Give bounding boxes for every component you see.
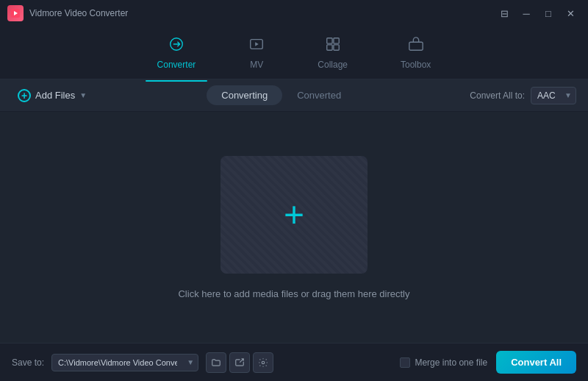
- tab-converted[interactable]: Converted: [282, 85, 356, 105]
- open-output-button[interactable]: [229, 352, 250, 373]
- add-media-icon: +: [284, 197, 304, 232]
- save-path-wrapper: ▼: [51, 354, 198, 371]
- tab-group: Converting Converted: [101, 85, 461, 105]
- app-title: Vidmore Video Converter: [29, 8, 128, 18]
- nav-label-collage: Collage: [318, 60, 348, 70]
- main-content: + Click here to add media files or drag …: [0, 112, 588, 343]
- save-to-label: Save to:: [12, 357, 44, 368]
- nav-item-toolbox[interactable]: Toolbox: [389, 30, 442, 76]
- close-button[interactable]: ✕: [560, 3, 581, 24]
- title-bar-left: Vidmore Video Converter: [7, 5, 128, 21]
- title-bar: Vidmore Video Converter ⊟ ─ □ ✕: [0, 0, 588, 26]
- toolbar: + Add Files ▼ Converting Converted Conve…: [0, 79, 588, 112]
- format-select-wrapper: AAC MP3 MP4 AVI MOV MKV ▼: [531, 87, 576, 104]
- save-path-input[interactable]: [51, 354, 198, 371]
- svg-rect-7: [334, 44, 339, 49]
- tab-converting[interactable]: Converting: [207, 85, 282, 105]
- format-select[interactable]: AAC MP3 MP4 AVI MOV MKV: [531, 87, 576, 104]
- merge-label: Merge into one file: [415, 357, 487, 368]
- mv-icon: [248, 36, 265, 57]
- app-logo: [7, 5, 24, 21]
- merge-checkbox[interactable]: [400, 357, 410, 368]
- add-files-dropdown-arrow: ▼: [79, 91, 87, 99]
- toolbar-right: Convert All to: AAC MP3 MP4 AVI MOV MKV …: [470, 87, 576, 104]
- caption-button[interactable]: ⊟: [494, 3, 514, 24]
- window-controls: ⊟ ─ □ ✕: [494, 3, 581, 24]
- merge-checkbox-wrapper[interactable]: Merge into one file: [400, 357, 487, 368]
- nav-label-mv: MV: [250, 60, 263, 70]
- settings-button[interactable]: [253, 352, 273, 373]
- drop-zone[interactable]: +: [220, 156, 368, 274]
- folder-browse-button[interactable]: [206, 352, 226, 373]
- toolbox-icon: [408, 36, 424, 57]
- svg-rect-5: [334, 38, 339, 43]
- svg-rect-4: [326, 38, 331, 43]
- svg-rect-8: [409, 42, 423, 50]
- converter-icon: [168, 36, 184, 57]
- nav-bar: Converter MV Collage: [0, 26, 588, 79]
- nav-label-toolbox: Toolbox: [401, 60, 431, 70]
- nav-item-collage[interactable]: Collage: [306, 30, 359, 76]
- maximize-button[interactable]: □: [538, 3, 559, 24]
- bottom-bar: Save to: ▼ Merge into one file: [0, 343, 588, 381]
- nav-item-mv[interactable]: MV: [237, 30, 276, 76]
- bottom-icon-buttons: [206, 352, 273, 373]
- collage-icon: [325, 36, 341, 57]
- convert-all-to-label: Convert All to:: [470, 90, 525, 101]
- nav-item-converter[interactable]: Converter: [146, 30, 208, 76]
- add-files-label: Add Files: [35, 90, 75, 101]
- svg-rect-6: [326, 44, 331, 49]
- add-files-icon: +: [18, 89, 31, 102]
- drop-hint-text: Click here to add media files or drag th…: [178, 288, 409, 299]
- convert-all-button[interactable]: Convert All: [496, 351, 576, 374]
- nav-label-converter: Converter: [157, 60, 196, 70]
- minimize-button[interactable]: ─: [516, 3, 537, 24]
- svg-point-9: [262, 361, 265, 364]
- bottom-right: Merge into one file Convert All: [400, 351, 576, 374]
- add-files-button[interactable]: + Add Files ▼: [12, 86, 93, 105]
